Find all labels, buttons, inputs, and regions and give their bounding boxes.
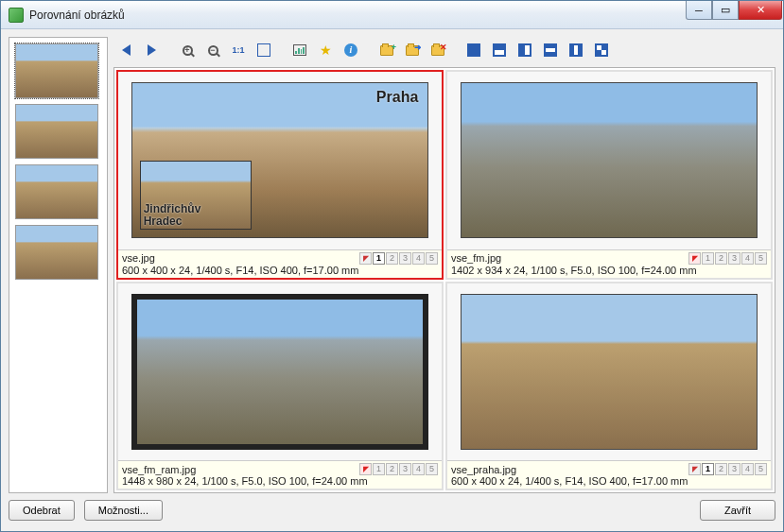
- folder-del-button[interactable]: ✕: [427, 39, 449, 61]
- rating-5-button[interactable]: 5: [426, 463, 438, 475]
- zoom-in-icon: +: [183, 45, 193, 56]
- thumb-item[interactable]: [15, 104, 98, 159]
- layout-1-button[interactable]: [462, 39, 485, 61]
- prev-button[interactable]: [114, 39, 137, 61]
- toolbar: + − 1:1 ★ i + ➜ ✕: [113, 37, 775, 63]
- histogram-icon: [293, 44, 306, 56]
- rating-1-button[interactable]: 1: [373, 463, 385, 475]
- image-preview: [461, 82, 758, 238]
- rating-4-button[interactable]: 4: [412, 252, 425, 265]
- rating-5-button[interactable]: 5: [426, 252, 438, 265]
- rating-2-button[interactable]: 2: [386, 463, 398, 475]
- maximize-button[interactable]: ▭: [712, 1, 739, 20]
- image-area[interactable]: [447, 283, 771, 461]
- layout-2h-button[interactable]: [488, 39, 511, 61]
- rating-4-button[interactable]: 4: [741, 463, 754, 475]
- info-bar: vse_fm.jpg ◤ 1 2 3 4 5 1402 x: [447, 249, 771, 278]
- thumb-item[interactable]: [15, 225, 98, 280]
- image-area[interactable]: [118, 283, 442, 461]
- thumbnail-strip[interactable]: [9, 37, 108, 493]
- main-area: + − 1:1 ★ i + ➜ ✕: [9, 37, 775, 493]
- layout-4-icon: [595, 43, 608, 57]
- folder-add-button[interactable]: +: [375, 39, 398, 61]
- thumb-item[interactable]: [15, 164, 98, 219]
- window-controls: ─ ▭ ✕: [686, 1, 782, 20]
- info-bar: vse_praha.jpg ◤ 1 2 3 4 5 600: [447, 460, 771, 489]
- image-preview: [461, 294, 758, 450]
- flag-button[interactable]: ◤: [688, 463, 701, 475]
- rating-1-button[interactable]: 1: [702, 463, 714, 475]
- layout-3v-icon: [569, 43, 583, 57]
- layout-1-icon: [467, 43, 480, 57]
- compare-cell[interactable]: vse_praha.jpg ◤ 1 2 3 4 5 600: [445, 282, 773, 491]
- rating-3-button[interactable]: 3: [399, 463, 411, 475]
- zoom-in-button[interactable]: +: [176, 39, 199, 61]
- layout-4-button[interactable]: [590, 39, 613, 61]
- flag-button[interactable]: ◤: [359, 252, 372, 265]
- close-button[interactable]: ✕: [739, 1, 782, 20]
- right-pane: + − 1:1 ★ i + ➜ ✕: [113, 37, 775, 493]
- compare-cell[interactable]: vse_fm_ram.jpg ◤ 1 2 3 4 5 14: [116, 282, 444, 491]
- minimize-button[interactable]: ─: [686, 1, 712, 20]
- compare-grid: Praha Jindřichův Hradec vse.jpg ◤ 1: [113, 67, 775, 493]
- compare-window: Porovnání obrázků ─ ▭ ✕ + − 1: [0, 0, 784, 532]
- rating-5-button[interactable]: 5: [755, 463, 767, 475]
- rating-buttons: ◤ 1 2 3 4 5: [359, 252, 438, 265]
- window-title: Porovnání obrázků: [29, 9, 686, 22]
- file-name: vse_fm.jpg: [451, 252, 688, 264]
- rating-4-button[interactable]: 4: [412, 463, 425, 475]
- options-button[interactable]: Možnosti...: [84, 500, 163, 521]
- folder-move-icon: ➜: [406, 45, 419, 56]
- folder-del-icon: ✕: [431, 45, 444, 56]
- image-overlay-text: Praha: [376, 89, 418, 106]
- rating-3-button[interactable]: 3: [728, 463, 740, 475]
- rating-button[interactable]: ★: [314, 39, 337, 61]
- layout-3h-icon: [544, 43, 557, 57]
- titlebar[interactable]: Porovnání obrázků ─ ▭ ✕: [1, 1, 783, 29]
- fullscreen-button[interactable]: [253, 39, 275, 61]
- next-button[interactable]: [140, 39, 163, 61]
- flag-button[interactable]: ◤: [359, 463, 372, 475]
- one-to-one-icon: 1:1: [232, 45, 244, 55]
- file-meta: 1402 x 934 x 24, 1/100 s, F5.0, ISO 100,…: [451, 265, 767, 276]
- rating-1-button[interactable]: 1: [702, 252, 714, 265]
- rating-buttons: ◤ 1 2 3 4 5: [359, 463, 438, 475]
- folder-move-button[interactable]: ➜: [401, 39, 424, 61]
- rating-2-button[interactable]: 2: [386, 252, 398, 265]
- layout-3v-button[interactable]: [565, 39, 587, 61]
- layout-2v-button[interactable]: [514, 39, 536, 61]
- rating-1-button[interactable]: 1: [373, 252, 385, 265]
- image-preview: [131, 294, 429, 450]
- file-meta: 1448 x 980 x 24, 1/100 s, F5.0, ISO 100,…: [122, 475, 438, 487]
- app-icon: [9, 8, 24, 23]
- flag-button[interactable]: ◤: [688, 252, 701, 265]
- rating-2-button[interactable]: 2: [715, 463, 727, 475]
- zoom-11-button[interactable]: 1:1: [227, 39, 250, 61]
- rating-4-button[interactable]: 4: [741, 252, 754, 265]
- rating-5-button[interactable]: 5: [755, 252, 767, 265]
- info-bar: vse_fm_ram.jpg ◤ 1 2 3 4 5 14: [118, 460, 442, 489]
- rating-3-button[interactable]: 3: [728, 252, 740, 265]
- rating-3-button[interactable]: 3: [399, 252, 411, 265]
- file-name: vse_fm_ram.jpg: [122, 464, 359, 475]
- close-dialog-button[interactable]: Zavřít: [700, 500, 775, 521]
- rating-buttons: ◤ 1 2 3 4 5: [688, 463, 767, 475]
- rating-2-button[interactable]: 2: [715, 252, 727, 265]
- compare-cell[interactable]: vse_fm.jpg ◤ 1 2 3 4 5 1402 x: [445, 70, 773, 280]
- file-name: vse.jpg: [122, 252, 359, 264]
- expand-icon: [257, 43, 270, 57]
- remove-button[interactable]: Odebrat: [9, 500, 75, 521]
- compare-cell[interactable]: Praha Jindřichův Hradec vse.jpg ◤ 1: [116, 70, 444, 280]
- thumb-item[interactable]: [15, 43, 98, 98]
- bottom-bar: Odebrat Možnosti... Zavřít: [9, 497, 775, 523]
- zoom-out-button[interactable]: −: [201, 39, 224, 61]
- zoom-out-icon: −: [208, 45, 218, 56]
- histogram-button[interactable]: [288, 39, 311, 61]
- arrow-left-icon: [122, 44, 131, 56]
- image-area[interactable]: Praha Jindřichův Hradec: [118, 72, 442, 249]
- image-preview: Praha Jindřichův Hradec: [131, 82, 429, 238]
- image-area[interactable]: [447, 72, 771, 249]
- file-meta: 600 x 400 x 24, 1/400 s, F14, ISO 400, f…: [122, 265, 438, 276]
- layout-3h-button[interactable]: [539, 39, 562, 61]
- info-button[interactable]: i: [340, 39, 362, 61]
